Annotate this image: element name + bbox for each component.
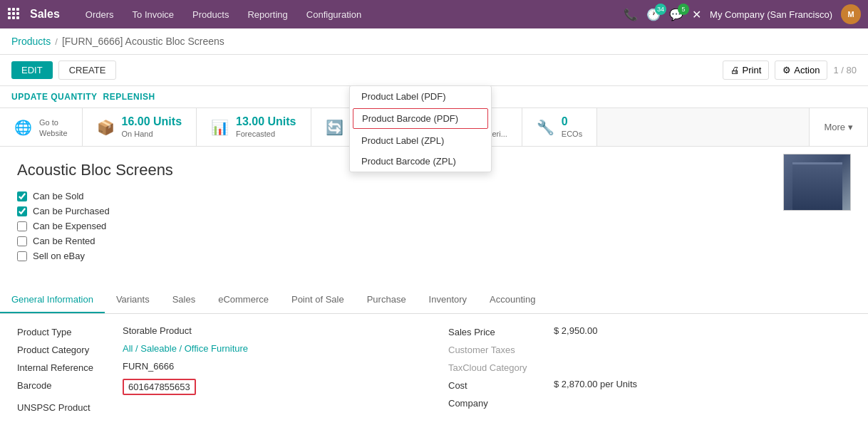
form-row-cost: Cost $ 2,870.00 per Units: [448, 379, 851, 391]
grid-icon[interactable]: [7, 7, 20, 22]
forecasted-button[interactable]: 📊 13.00 Units Forecasted: [197, 108, 311, 146]
form-left-column: Product Type Storable Product Product Ca…: [17, 325, 420, 419]
action-button[interactable]: ⚙ Action: [775, 61, 827, 80]
dropdown-product-barcode-pdf[interactable]: Product Barcode (PDF): [353, 108, 488, 129]
edit-button[interactable]: EDIT: [11, 61, 53, 79]
sell-on-ebay-label: Sell on eBay: [33, 251, 85, 261]
taxcloud-label: TaxCloud Category: [448, 361, 548, 373]
tab-purchase[interactable]: Purchase: [356, 287, 418, 313]
sales-price-label: Sales Price: [448, 325, 548, 337]
tab-inventory[interactable]: Inventory: [418, 287, 478, 313]
product-image-box[interactable]: [783, 154, 851, 211]
svg-rect-0: [8, 8, 11, 11]
gear-icon: ⚙: [782, 65, 791, 75]
phone-icon[interactable]: 📞: [624, 8, 638, 21]
form-row-unspsc: UNSPSC Product: [17, 401, 420, 413]
can-be-sold-checkbox[interactable]: [17, 191, 27, 201]
tab-variants[interactable]: Variants: [105, 287, 161, 313]
action-label: Action: [794, 65, 820, 75]
tab-general-information[interactable]: General Information: [0, 287, 105, 313]
go-to-website-label: Go toWebsite: [39, 118, 68, 137]
breadcrumb-separator: /: [55, 36, 58, 47]
svg-rect-7: [12, 16, 15, 19]
ecos-button[interactable]: 🔧 0 ECOs: [522, 108, 597, 146]
form-row-taxcloud: TaxCloud Category: [448, 361, 851, 373]
on-hand-button[interactable]: 📦 16.00 Units On Hand: [83, 108, 197, 146]
product-category-value[interactable]: All / Saleable / Office Furniture: [123, 343, 248, 354]
forecast-icon: 📊: [211, 119, 229, 136]
sell-on-ebay-checkbox[interactable]: [17, 251, 27, 261]
dropdown-product-label-zpl[interactable]: Product Label (ZPL): [350, 130, 491, 151]
tab-accounting[interactable]: Accounting: [478, 287, 547, 313]
can-be-rented-checkbox[interactable]: [17, 236, 27, 246]
tab-point-of-sale[interactable]: Point of Sale: [280, 287, 356, 313]
customer-taxes-label: Customer Taxes: [448, 343, 548, 355]
company-name: My Company (San Francisco): [710, 9, 832, 20]
tab-sales[interactable]: Sales: [161, 287, 207, 313]
can-be-expensed-label: Can be Expensed: [33, 221, 106, 231]
form-row-product-type: Product Type Storable Product: [17, 325, 420, 337]
breadcrumb-parent[interactable]: Products: [11, 36, 51, 47]
print-button[interactable]: 🖨 Print: [723, 61, 770, 80]
can-be-expensed-checkbox[interactable]: [17, 221, 27, 231]
go-to-website-button[interactable]: 🌐 Go toWebsite: [0, 108, 83, 146]
eco-count: 0: [562, 115, 582, 128]
can-be-rented-label: Can be Rented: [33, 236, 95, 246]
eco-icon: 🔧: [537, 119, 554, 136]
eco-label: ECOs: [562, 130, 582, 138]
form-row-company: Company: [448, 397, 851, 409]
internal-reference-value: FURN_6666: [123, 361, 174, 372]
can-be-purchased-checkbox[interactable]: [17, 206, 27, 216]
top-right-actions: 📞 🕐 34 💬 5 ✕ My Company (San Francisco) …: [624, 4, 861, 24]
app-name: Sales: [30, 8, 60, 21]
clock-icon[interactable]: 🕐 34: [646, 8, 661, 21]
printer-icon: 🖨: [730, 65, 740, 75]
form-row-barcode: Barcode 601647855653: [17, 379, 420, 395]
replenish-button[interactable]: REPLENISH: [103, 90, 155, 103]
form-row-internal-reference: Internal Reference FURN_6666: [17, 361, 420, 373]
internal-reference-label: Internal Reference: [17, 361, 117, 373]
globe-icon: 🌐: [14, 119, 32, 136]
svg-rect-8: [16, 16, 19, 19]
unspsc-label: UNSPSC Product: [17, 401, 117, 413]
more-button[interactable]: More ▾: [809, 108, 868, 146]
dropdown-product-barcode-zpl[interactable]: Product Barcode (ZPL): [350, 151, 491, 172]
tabs-container: General Information Variants Sales eComm…: [0, 287, 868, 314]
form-row-customer-taxes: Customer Taxes: [448, 343, 851, 355]
barcode-label: Barcode: [17, 379, 117, 391]
form-row-product-category: Product Category All / Saleable / Office…: [17, 343, 420, 355]
tab-ecommerce[interactable]: eCommerce: [207, 287, 280, 313]
breadcrumb: Products / [FURN_6666] Acoustic Bloc Scr…: [0, 28, 868, 55]
top-navigation: Sales Orders To Invoice Products Reporti…: [0, 0, 868, 28]
user-avatar[interactable]: M: [841, 4, 861, 24]
product-type-value: Storable Product: [123, 325, 192, 336]
chevron-down-icon: ▾: [848, 122, 853, 132]
product-category-label: Product Category: [17, 343, 117, 355]
checkbox-can-be-purchased: Can be Purchased: [17, 206, 851, 216]
more-label: More: [824, 122, 845, 132]
on-hand-label: On Hand: [122, 130, 153, 138]
nav-orders[interactable]: Orders: [78, 0, 121, 28]
svg-rect-4: [12, 12, 15, 15]
units-icon: 📦: [97, 119, 115, 136]
nav-to-invoice[interactable]: To Invoice: [125, 0, 182, 28]
action-bar: EDIT CREATE 🖨 Print ⚙ Action 1 / 80 Prod…: [0, 55, 868, 86]
nav-configuration[interactable]: Configuration: [299, 0, 368, 28]
create-button[interactable]: CREATE: [58, 61, 117, 80]
nav-reporting[interactable]: Reporting: [240, 0, 294, 28]
product-image: [784, 154, 850, 211]
update-quantity-button[interactable]: UPDATE QUANTITY: [11, 90, 98, 103]
page-indicator: 1 / 80: [833, 65, 857, 75]
print-label: Print: [743, 65, 762, 75]
sales-price-value: $ 2,950.00: [554, 325, 597, 336]
product-type-label: Product Type: [17, 325, 117, 337]
can-be-sold-label: Can be Sold: [33, 191, 84, 201]
nav-products[interactable]: Products: [185, 0, 236, 28]
cost-value: $ 2,870.00 per Units: [554, 379, 637, 389]
can-be-purchased-label: Can be Purchased: [33, 206, 110, 216]
chat-icon[interactable]: 💬 5: [669, 8, 683, 21]
settings-icon[interactable]: ✕: [692, 8, 701, 21]
checkbox-can-be-expensed: Can be Expensed: [17, 221, 851, 231]
dropdown-product-label-pdf[interactable]: Product Label (PDF): [350, 86, 491, 107]
barcode-value[interactable]: 601647855653: [123, 379, 196, 395]
